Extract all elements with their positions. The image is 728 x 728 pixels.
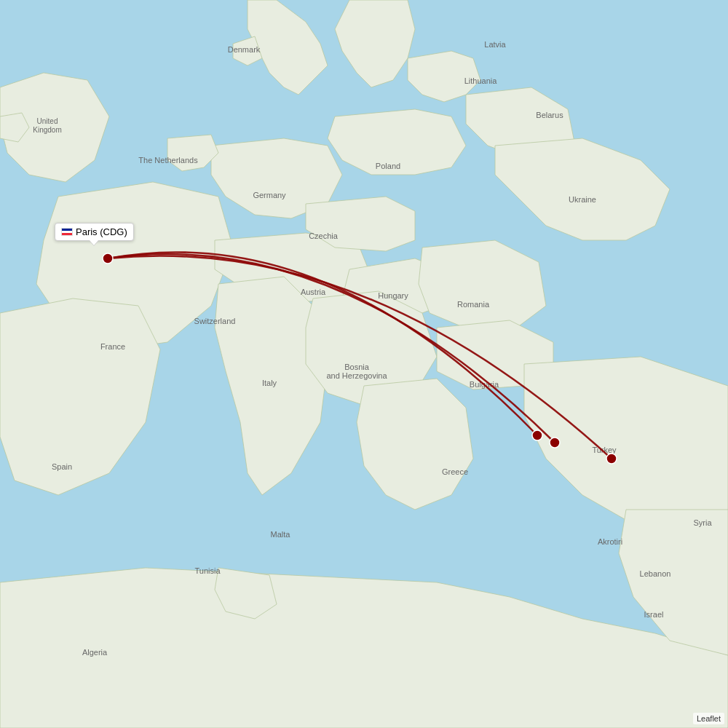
svg-text:Algeria: Algeria (82, 648, 108, 657)
svg-text:Belarus: Belarus (536, 111, 563, 119)
svg-text:Czechia: Czechia (309, 232, 339, 240)
svg-text:Kingdom: Kingdom (33, 126, 61, 134)
svg-text:Bosnia: Bosnia (344, 363, 370, 371)
svg-text:Latvia: Latvia (484, 40, 506, 49)
svg-text:France: France (100, 342, 125, 351)
svg-text:Lithuania: Lithuania (464, 76, 498, 85)
svg-text:Denmark: Denmark (228, 45, 261, 54)
svg-text:Malta: Malta (271, 530, 291, 539)
svg-text:Switzerland: Switzerland (194, 317, 236, 325)
svg-text:Syria: Syria (693, 518, 712, 527)
svg-text:Greece: Greece (442, 467, 468, 476)
svg-text:and Herzegovina: and Herzegovina (326, 371, 387, 380)
svg-text:Hungary: Hungary (378, 291, 408, 300)
svg-text:Lebanon: Lebanon (640, 569, 671, 578)
svg-text:Italy: Italy (262, 379, 277, 387)
svg-text:Austria: Austria (301, 288, 326, 296)
svg-text:United: United (37, 117, 58, 125)
map-attribution[interactable]: Leaflet (693, 713, 724, 724)
svg-point-32 (532, 430, 542, 440)
map-svg: United Kingdom Denmark Latvia Lithuania … (0, 0, 728, 728)
svg-text:Akrotiri: Akrotiri (598, 537, 622, 546)
svg-text:The Netherlands: The Netherlands (138, 156, 198, 165)
map-container: United Kingdom Denmark Latvia Lithuania … (0, 0, 728, 728)
svg-point-31 (103, 253, 113, 264)
svg-text:Spain: Spain (52, 462, 72, 471)
svg-text:Tunisia: Tunisia (194, 566, 221, 575)
svg-text:Israel: Israel (644, 610, 664, 619)
svg-text:Poland: Poland (376, 162, 400, 170)
svg-text:Ukraine: Ukraine (569, 195, 596, 204)
svg-point-34 (606, 454, 617, 464)
svg-text:Romania: Romania (457, 300, 490, 309)
svg-text:Germany: Germany (253, 191, 286, 199)
attribution-text: Leaflet (697, 714, 721, 723)
svg-point-33 (550, 438, 560, 448)
